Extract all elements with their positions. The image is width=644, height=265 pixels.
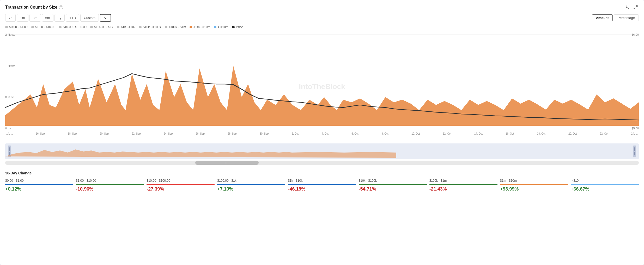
- page-title: Transaction Count by Size: [5, 5, 57, 10]
- scrollbar-thumb[interactable]: [195, 161, 259, 165]
- x-label: 10. Oct: [411, 132, 420, 135]
- stat-bar: [571, 184, 639, 185]
- stat-bar: [288, 184, 356, 185]
- x-label: 16. Sep: [36, 132, 45, 135]
- legend-dot: [139, 26, 142, 28]
- stats-grid: $0.00 - $1.00 +0.12% $1.00 - $10.00 -10.…: [5, 179, 639, 192]
- view-buttons-group: AmountPercentage: [592, 14, 639, 21]
- x-label: 14. Oct: [474, 132, 483, 135]
- legend-label: $100k - $1m: [169, 25, 186, 29]
- legend-item: $100.00 - $1k: [90, 25, 113, 29]
- legend-label: $1k - $10k: [121, 25, 135, 29]
- time-button-1m[interactable]: 1m: [17, 14, 28, 22]
- handle-bar: [634, 152, 635, 155]
- x-label: 14. ...: [6, 132, 13, 135]
- stat-bar: [5, 184, 73, 185]
- x-label: 24. ...: [631, 132, 638, 135]
- chart-scrollbar[interactable]: [5, 161, 639, 165]
- y-label-price-top: $6.00: [631, 33, 639, 36]
- time-button-1y[interactable]: 1y: [54, 14, 65, 22]
- x-label: 16. Oct: [506, 132, 514, 135]
- legend-item: > $10m: [214, 25, 228, 29]
- chart-svg: [5, 32, 639, 131]
- stat-item-1: $1.00 - $10.00 -10.96%: [76, 179, 144, 192]
- legend-dot: [90, 26, 93, 28]
- stat-item-3: $100.00 - $1k +7.10%: [217, 179, 285, 192]
- stat-bar: [500, 184, 568, 185]
- y-label-zero: 0 txs: [5, 127, 15, 130]
- stat-item-4: $1k - $10k -46.19%: [288, 179, 356, 192]
- time-button-3m[interactable]: 3m: [29, 14, 41, 22]
- x-label: 18. Oct: [537, 132, 545, 135]
- stat-item-5: $10k - $100k -54.71%: [359, 179, 427, 192]
- stat-label: $1.00 - $10.00: [76, 179, 144, 182]
- stats-section: 30-Day Change $0.00 - $1.00 +0.12% $1.00…: [5, 171, 639, 192]
- help-icon[interactable]: ?: [59, 5, 63, 9]
- stat-label: $1m - $10m: [500, 179, 568, 182]
- stat-item-8: > $10m +66.67%: [571, 179, 639, 192]
- legend-label: $10k - $100k: [143, 25, 161, 29]
- stat-value: -27.39%: [147, 186, 215, 192]
- x-label: 18. Sep: [68, 132, 77, 135]
- legend-label: $10.00 - $100.00: [63, 25, 87, 29]
- minimap[interactable]: [5, 143, 639, 159]
- stat-value: +66.67%: [571, 186, 639, 192]
- legend-dot: [165, 26, 167, 28]
- stat-bar: [429, 184, 497, 185]
- main-card: Transaction Count by Size ? 7d1m3m6m1yYT…: [0, 0, 644, 265]
- x-label: 20. Sep: [100, 132, 109, 135]
- svg-line-1: [636, 5, 637, 7]
- stat-label: $100.00 - $1k: [217, 179, 285, 182]
- view-button-amount[interactable]: Amount: [592, 14, 612, 21]
- download-button[interactable]: [624, 4, 630, 10]
- expand-button[interactable]: [633, 4, 639, 10]
- legend-label: > $10m: [218, 25, 228, 29]
- x-label: 20. Oct: [568, 132, 577, 135]
- minimap-chart: [5, 145, 639, 158]
- svg-line-2: [634, 8, 635, 9]
- stat-bar: [147, 184, 215, 185]
- chart-area: IntoTheBlock 2.4k txs 1.6k txs 800 txs 0…: [5, 32, 639, 141]
- x-axis-labels: 14. ... 16. Sep 18. Sep 20. Sep 22. Sep …: [5, 132, 639, 136]
- time-button-custom[interactable]: Custom: [80, 14, 99, 22]
- x-label: 22. Sep: [132, 132, 141, 135]
- time-buttons-group: 7d1m3m6m1yYTDCustomAll: [5, 14, 111, 22]
- time-button-ytd[interactable]: YTD: [66, 14, 79, 22]
- card-header: Transaction Count by Size ?: [5, 4, 639, 10]
- stats-title: 30-Day Change: [5, 171, 639, 175]
- stat-value: -46.19%: [288, 186, 356, 192]
- x-label: 30. Sep: [260, 132, 269, 135]
- y-label-top: 2.4k txs: [5, 33, 15, 36]
- stat-value: +93.99%: [500, 186, 568, 192]
- handle-bar: [634, 147, 635, 151]
- stat-value: -54.71%: [359, 186, 427, 192]
- y-axis-right: $6.00 $5.00: [631, 32, 639, 131]
- legend-dot: [232, 26, 235, 28]
- legend-item: $10.00 - $100.00: [59, 25, 87, 29]
- minimap-handle-right[interactable]: [633, 146, 636, 157]
- x-label: 24. Sep: [164, 132, 173, 135]
- stat-bar: [217, 184, 285, 185]
- legend-label: $1.00 - $10.00: [35, 25, 55, 29]
- legend-item: $100k - $1m: [165, 25, 186, 29]
- legend-dot: [117, 26, 119, 28]
- controls-bar: 7d1m3m6m1yYTDCustomAll AmountPercentage: [5, 14, 639, 22]
- x-label: 6. Oct: [351, 132, 359, 135]
- stat-label: > $10m: [571, 179, 639, 182]
- legend-item: $0.00 - $1.00: [5, 25, 28, 29]
- x-label: 22. Oct: [600, 132, 608, 135]
- time-button-7d[interactable]: 7d: [5, 14, 16, 22]
- stat-item-7: $1m - $10m +93.99%: [500, 179, 568, 192]
- stat-bar: [359, 184, 427, 185]
- y-label-mid: 1.6k txs: [5, 64, 15, 67]
- stat-value: -21.43%: [429, 186, 497, 192]
- view-button-percentage[interactable]: Percentage: [614, 14, 639, 21]
- legend-dot: [5, 26, 8, 28]
- time-button-6m[interactable]: 6m: [42, 14, 53, 22]
- x-label: 26. Sep: [196, 132, 204, 135]
- stat-value: +0.12%: [5, 186, 73, 192]
- card-title-group: Transaction Count by Size ?: [5, 5, 63, 10]
- stat-item-2: $10.00 - $100.00 -27.39%: [147, 179, 215, 192]
- stat-label: $10.00 - $100.00: [147, 179, 215, 182]
- time-button-all[interactable]: All: [100, 14, 111, 22]
